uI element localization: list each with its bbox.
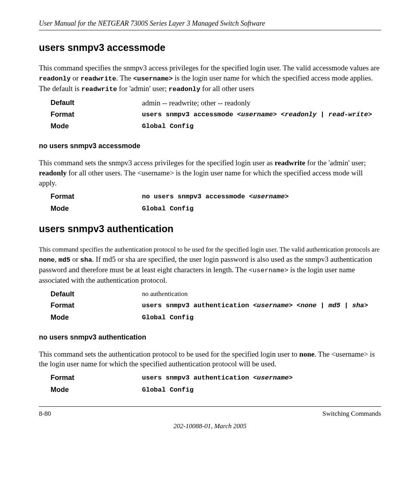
def-label-mode: Mode (51, 122, 142, 130)
def-value-format: users snmpv3 authentication <username> <… (142, 301, 381, 310)
text-fragment: or (71, 74, 80, 82)
bold-none: none (299, 350, 315, 358)
definition-table-accessmode: Default admin -- readwrite; other -- rea… (51, 99, 381, 131)
def-value-default: no authentication (142, 290, 381, 298)
text-fragment: or (70, 255, 80, 263)
text-fragment: This command sets the snmpv3 access priv… (39, 159, 275, 167)
text-fragment: This command sets the authentication pro… (39, 350, 299, 358)
text-fragment: for all other users (200, 84, 254, 93)
page-footer: 8-80 Switching Commands (39, 406, 381, 418)
subsection-body-no-authentication: This command sets the authentication pro… (39, 349, 381, 369)
def-row-mode: Mode Global Config (51, 313, 381, 322)
format-literal: users snmpv3 accessmode (142, 111, 237, 118)
section-body-authentication: This command specifies the authenticatio… (39, 244, 381, 285)
def-value-mode: Global Config (142, 205, 381, 214)
def-label-mode: Mode (51, 386, 142, 394)
text-fragment: for the 'admin' user; (305, 159, 366, 167)
format-literal: users snmpv3 authentication (142, 374, 253, 382)
keyword-sha: sha (80, 256, 92, 264)
def-value-mode: Global Config (142, 386, 381, 395)
def-row-mode: Mode Global Config (51, 386, 381, 395)
text-fragment: This command specifies the authenticatio… (39, 246, 380, 253)
text-fragment: for all other users. The <username> is t… (39, 169, 363, 187)
def-value-mode: Global Config (142, 122, 381, 131)
definition-table-no-accessmode: Format no users snmpv3 accessmode <usern… (51, 192, 381, 214)
page-header: User Manual for the NETGEAR 7300S Series… (39, 19, 381, 30)
def-row-default: Default no authentication (51, 290, 381, 298)
def-label-format: Format (51, 192, 142, 201)
subsection-title-no-accessmode: no users snmpv3 accessmode (39, 142, 381, 150)
def-label-format: Format (51, 301, 142, 310)
section-title-accessmode: users snmpv3 accessmode (39, 42, 381, 53)
format-param: <username> <none | md5 | sha> (253, 302, 368, 309)
text-fragment: , (55, 255, 59, 263)
bold-readwrite: readwrite (275, 159, 305, 167)
def-row-format: Format users snmpv3 accessmode <username… (51, 110, 381, 119)
def-label-default: Default (51, 99, 142, 107)
def-row-format: Format users snmpv3 authentication <user… (51, 301, 381, 310)
def-label-mode: Mode (51, 313, 142, 322)
keyword-readwrite: readwrite (81, 86, 117, 93)
keyword-md5: md5 (58, 256, 70, 264)
param-username: <username> (133, 75, 173, 82)
footer-section-name: Switching Commands (322, 410, 381, 418)
bold-readonly: readonly (39, 169, 66, 177)
def-row-format: Format no users snmpv3 accessmode <usern… (51, 192, 381, 201)
def-row-mode: Mode Global Config (51, 122, 381, 131)
text-fragment: for 'admin' user; (117, 84, 168, 93)
def-value-format: users snmpv3 accessmode <username> <read… (142, 110, 381, 119)
def-label-default: Default (51, 290, 142, 298)
def-value-default: admin -- readwrite; other -- readonly (142, 99, 381, 107)
text-fragment: . The (116, 74, 133, 82)
definition-table-authentication: Default no authentication Format users s… (51, 290, 381, 322)
keyword-readonly: readonly (39, 75, 71, 82)
format-param: <username> <readonly | read-write> (237, 111, 372, 118)
def-row-format: Format users snmpv3 authentication <user… (51, 374, 381, 383)
format-param: <username> (253, 374, 293, 382)
subsection-body-no-accessmode: This command sets the snmpv3 access priv… (39, 158, 381, 188)
keyword-none: none (39, 256, 55, 264)
footer-doc-id: 202-10088-01, March 2005 (39, 422, 381, 430)
def-label-format: Format (51, 110, 142, 119)
def-row-mode: Mode Global Config (51, 205, 381, 214)
keyword-readwrite: readwrite (80, 75, 116, 82)
section-body-accessmode: This command specifies the snmpv3 access… (39, 63, 381, 94)
def-value-format: users snmpv3 authentication <username> (142, 374, 381, 383)
def-label-mode: Mode (51, 205, 142, 213)
def-label-format: Format (51, 374, 142, 382)
def-value-format: no users snmpv3 accessmode <username> (142, 192, 381, 201)
def-row-default: Default admin -- readwrite; other -- rea… (51, 99, 381, 107)
format-param: <username> (249, 193, 289, 200)
format-literal: no users snmpv3 accessmode (142, 193, 249, 200)
keyword-readonly: readonly (168, 86, 200, 93)
definition-table-no-authentication: Format users snmpv3 authentication <user… (51, 374, 381, 395)
section-title-authentication: users snmpv3 authentication (39, 223, 381, 234)
footer-page-number: 8-80 (39, 410, 51, 418)
param-username: <username> (248, 267, 288, 274)
format-literal: users snmpv3 authentication (142, 302, 253, 309)
subsection-title-no-authentication: no users snmpv3 authentication (39, 333, 381, 341)
text-fragment: This command specifies the snmpv3 access… (39, 64, 380, 72)
def-value-mode: Global Config (142, 313, 381, 322)
